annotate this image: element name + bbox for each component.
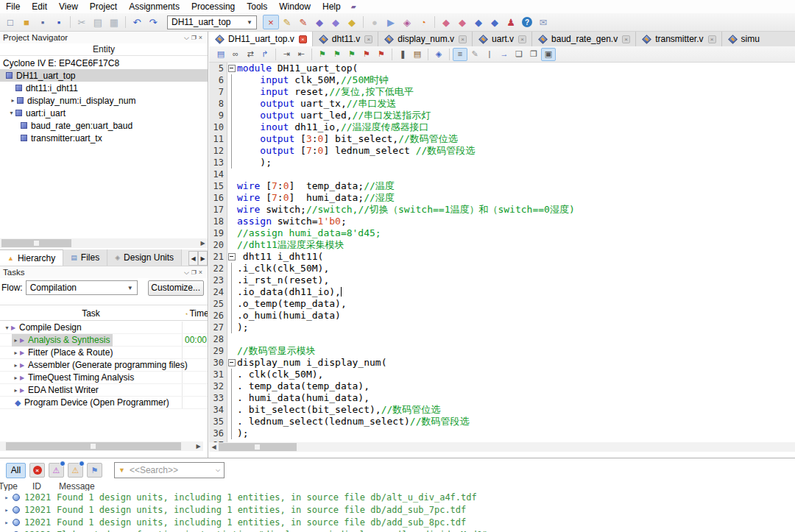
entity-column-header[interactable]: Entity	[0, 43, 208, 56]
save-icon[interactable]: ▪	[35, 15, 51, 29]
chevron-right-icon[interactable]: ▸	[12, 350, 20, 356]
close-tab-icon[interactable]: ×	[518, 35, 526, 43]
tab-scroll-left-icon[interactable]: ◀	[188, 251, 198, 266]
task-row[interactable]: ▸▶Assembler (Generate programming files)	[0, 359, 208, 372]
analysis-synthesis-icon[interactable]: ◆	[328, 15, 344, 29]
menu-item-project[interactable]: Project	[84, 1, 123, 13]
template-icon[interactable]: ▤	[410, 48, 425, 61]
editor-options-icon[interactable]: ▤	[213, 48, 228, 61]
chevron-down-icon[interactable]: ▾	[7, 110, 15, 116]
chevron-right-icon[interactable]: ▸	[12, 375, 20, 381]
code-editor[interactable]: 5module DH11_uart_top(6 input clk_50M,//…	[209, 63, 795, 442]
tech-map-viewer-icon[interactable]: ◆	[470, 15, 487, 29]
editor-tab-transmitter-v[interactable]: transmitter.v×	[636, 32, 721, 46]
timequest-icon[interactable]: ◔	[415, 15, 431, 29]
customize-button[interactable]: Customize...	[148, 280, 204, 296]
expand-icon[interactable]: ▸	[2, 494, 11, 501]
close-tab-icon[interactable]: ×	[299, 35, 307, 43]
window-icon[interactable]: ❏	[512, 48, 526, 61]
time-column-header[interactable]: ◔Time	[184, 308, 208, 319]
editor-tab-baud_rate_gen-v[interactable]: baud_rate_gen.v×	[532, 32, 636, 46]
chevron-right-icon[interactable]: ▸	[12, 337, 20, 344]
filter-all-button[interactable]: All	[6, 463, 26, 478]
menu-item-assignments[interactable]: Assignments	[123, 1, 186, 13]
expand-icon[interactable]: ▸	[2, 519, 11, 526]
editor-horizontal-scrollbar[interactable]: ◀	[209, 442, 795, 452]
goto-icon[interactable]: ↱	[258, 48, 272, 61]
menu-item-edit[interactable]: Edit	[26, 1, 53, 13]
scrollbar-thumb[interactable]	[6, 442, 181, 450]
bookmark-delete-icon[interactable]: ⚑	[359, 48, 374, 61]
chevron-right-icon[interactable]: ▸	[12, 387, 20, 394]
task-row[interactable]: ▸▶TimeQuest Timing Analysis	[0, 372, 208, 384]
filter-flagged-button[interactable]: ⚑	[87, 463, 102, 478]
filter-errors-button[interactable]: ×	[29, 463, 45, 478]
window-cascade-icon[interactable]: ❐	[526, 48, 541, 61]
navigator-item[interactable]: Cyclone IV E: EP4CE6F17C8	[0, 57, 208, 69]
message-row[interactable]: ▸12130Elaborated megafunction instantiat…	[0, 528, 795, 532]
close-tab-icon[interactable]: ×	[459, 35, 467, 43]
navigator-item[interactable]: dht11:i_dht11	[0, 82, 208, 94]
pin-planner-icon[interactable]: ✎	[295, 15, 311, 29]
bookmark-icon[interactable]: ⚑	[315, 48, 330, 61]
message-search-combo[interactable]: ▼ <<Search>> ⌵	[114, 462, 225, 478]
task-row[interactable]: ▸▶Fitter (Place & Route)	[0, 347, 208, 359]
fold-marker-icon[interactable]	[227, 251, 237, 263]
indent-icon[interactable]: ⇥	[279, 48, 294, 61]
menu-item-file[interactable]: File	[0, 1, 26, 13]
project-selector-combo[interactable]: DH11_uart_top▼	[167, 15, 257, 29]
chevron-down-icon[interactable]: ▾	[3, 324, 11, 331]
navigator-item[interactable]: transmitter:uart_tx	[0, 132, 208, 144]
save-project-icon[interactable]: ▪	[51, 15, 67, 29]
stop-processing-icon[interactable]: ×	[263, 15, 279, 29]
tab-scroll-right-icon[interactable]: ▶	[198, 251, 208, 266]
navigator-item[interactable]: DH11_uart_top	[0, 69, 208, 82]
panel-window-buttons[interactable]: ⌵❐×	[184, 34, 205, 42]
maximize-icon[interactable]: ▣	[541, 48, 556, 61]
fold-marker-icon[interactable]	[227, 63, 237, 74]
editor-tab-dh11_uart_top-v[interactable]: DH11_uart_top.v×	[209, 32, 313, 46]
close-tab-icon[interactable]: ×	[622, 35, 630, 43]
rtl-viewer-icon[interactable]: ◈	[399, 15, 415, 29]
show-whitespace-icon[interactable]: ≡	[453, 48, 467, 61]
navigator-item[interactable]: ▾uart:i_uart	[0, 107, 208, 119]
menu-item-view[interactable]: View	[53, 1, 84, 13]
scroll-left-icon[interactable]: ◀	[209, 442, 219, 452]
chip-planner-icon[interactable]: ◆	[487, 15, 503, 29]
feedback-icon[interactable]: ✉	[535, 15, 551, 29]
stop-icon[interactable]: ●	[367, 15, 383, 29]
task-row[interactable]: ▾▶Compile Design	[0, 322, 208, 334]
scroll-right-icon[interactable]: ▶	[194, 441, 203, 451]
panel-window-buttons[interactable]: ⌵❐×	[184, 269, 205, 277]
menu-item-tools[interactable]: Tools	[241, 1, 273, 13]
unindent-icon[interactable]: ⇤	[294, 48, 308, 61]
close-tab-icon[interactable]: ×	[708, 35, 716, 43]
fold-marker-icon[interactable]	[227, 357, 237, 369]
help-icon[interactable]: ?	[519, 15, 535, 29]
menu-item-window[interactable]: Window	[273, 1, 317, 13]
new-file-icon[interactable]: □	[2, 15, 18, 29]
expand-icon[interactable]: ▸	[2, 506, 11, 514]
check-syntax-icon[interactable]: ◈	[431, 48, 446, 61]
task-column-header[interactable]: Task	[0, 308, 182, 319]
message-row[interactable]: ▸12021Found 1 design units, including 1 …	[0, 491, 795, 503]
flow-select[interactable]: Compilation ▼	[26, 280, 138, 295]
navigator-item[interactable]: baud_rate_gen:uart_baud	[0, 119, 208, 132]
editor-tab-display_num-v[interactable]: display_num.v×	[378, 32, 473, 46]
netlist-viewer-icon[interactable]: ◆	[438, 15, 454, 29]
tab-design-units[interactable]: ◈ Design Units	[107, 249, 182, 266]
task-row[interactable]: ▸▶Analysis & Synthesis00:00	[0, 334, 208, 347]
navigator-horizontal-scrollbar[interactable]: ▶	[0, 238, 208, 248]
message-row[interactable]: ▸12021Found 1 design units, including 1 …	[0, 516, 795, 528]
copy-icon[interactable]: ▤	[90, 15, 106, 29]
chevron-right-icon[interactable]: ▸	[12, 362, 20, 369]
scrollbar-thumb[interactable]	[219, 443, 297, 451]
cut-icon[interactable]: ✂	[74, 15, 90, 29]
run-icon[interactable]: ▶	[383, 15, 399, 29]
split-bar-icon[interactable]: |	[482, 48, 497, 61]
filter-critical-warnings-button[interactable]: ⚠	[49, 463, 64, 478]
find-replace-icon[interactable]: ⇄	[243, 48, 258, 61]
start-compilation-icon[interactable]: ◆	[311, 15, 328, 29]
tab-files[interactable]: ▤ Files	[63, 249, 107, 266]
bookmark-next-icon[interactable]: ⚑	[344, 48, 359, 61]
